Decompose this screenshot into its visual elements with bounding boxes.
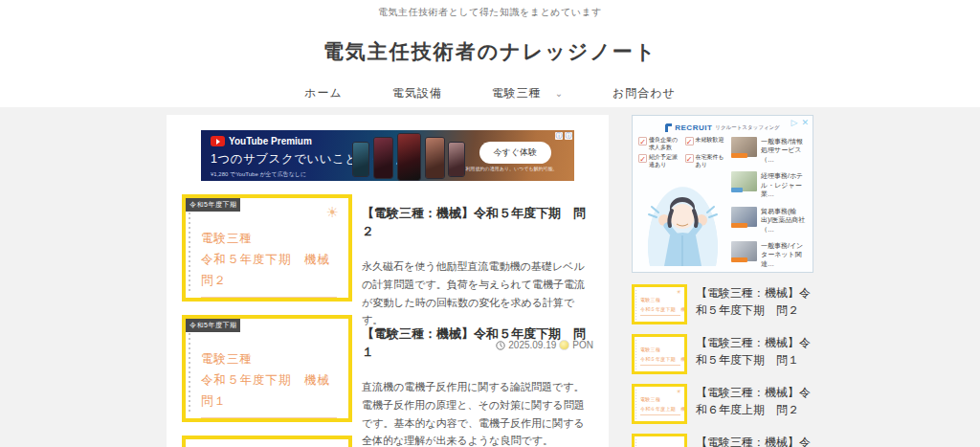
feature-check: ✓ 在宅案件もあり [685,154,728,168]
site-tagline: 電気主任技術者として得た知識をまとめています [0,6,980,19]
nav-item-electrical-equipment[interactable]: 電気設備 [392,85,442,101]
recruit-job-list: 一般事務/情報処理サービス（… 経理事務/ホテル・レジャー業… 貿易事務(輸出)… [727,137,807,276]
article-title[interactable]: 【電験三種：機械】令和５年度下期 問２ [362,205,593,241]
recent-post-item[interactable]: ☀ 電験三種 令和５年度下期 機械 問２ 【電験三種：機械】令和５年度下期 問２ [632,284,813,324]
woman-illustration [638,170,727,266]
article-title[interactable]: 【電験三種：機械】令和５年度下期 問１ [362,325,593,362]
sun-icon: ☀ [677,289,681,295]
phone-image [373,137,393,179]
job-listing[interactable]: 一般事務/情報処理サービス（… [731,137,807,164]
article-thumbnail[interactable]: 令和5年度下期 ☀ 電験三種 令和５年度下期 機械 問２ [182,194,352,302]
notebook-spiral-decoration [635,340,636,369]
sun-icon: ☀ [326,205,339,219]
notebook-spiral-decoration [635,439,636,447]
recruit-logo-icon [665,123,672,132]
ad-fine-print: 利用規約の適用あり。いつでも解約可能。 [457,166,567,171]
thumbnail-text: 電験三種 令和５年度下期 機械 問２ [201,229,348,292]
job-listing[interactable]: 一般事務/インターネット関連… [731,241,807,268]
recent-post-title[interactable]: 【電験三種：機械】令和５年度下期 問２ [696,284,813,324]
nav-item-home[interactable]: ホーム [304,85,343,101]
phone-image [425,137,445,179]
article-thumbnail[interactable]: 令和5年度下期 電験三種 令和５年度下期 機械 問１ [182,315,352,422]
recent-post-thumbnail[interactable]: 電験三種 令和６年度上期 機械 問１ [632,434,687,447]
recent-posts-list: ☀ 電験三種 令和５年度下期 機械 問２ 【電験三種：機械】令和５年度下期 問２… [632,284,813,447]
job-flag-badge [731,188,743,192]
feature-check: ✓ 紹介予定派遣あり [638,154,681,168]
adchoices-icon[interactable]: ▷ [791,119,798,127]
job-flag-badge [731,153,747,158]
main-nav: ホーム 電気設備 電験三種 ⌄ お問合わせ [0,85,980,101]
notebook-spiral-decoration [189,208,190,292]
feature-check: ✓ 未経験歓迎 [685,137,728,151]
nav-item-contact[interactable]: お問合わせ [612,85,676,101]
thumbnail-badge: 令和5年度下期 [186,198,240,212]
youtube-ad-banner[interactable]: YouTube Premium 1つのサブスクでいいことたくさん ¥1,280 … [201,130,574,181]
recent-post-item[interactable]: ☀ 電験三種 令和６年度上期 機械 問２ 【電験三種：機械】令和６年度上期 問２ [632,384,813,424]
page-body: YouTube Premium 1つのサブスクでいいことたくさん ¥1,280 … [0,107,980,447]
sidebar: RECRUIT リクルートスタッフィング ▷ ✕ ✓ 優良企業の求人多数 ✓ [632,115,813,447]
job-listing[interactable]: 経理事務/ホテル・レジャー業… [731,171,807,198]
ad-brand-label: YouTube Premium [229,136,312,146]
recruit-brand-label: RECRUIT [675,123,712,132]
job-photo [731,137,757,157]
ad-info-icon[interactable]: ⓘ [555,132,563,140]
site-title[interactable]: 電気主任技術者のナレッジノート [0,38,980,65]
sun-icon: ☀ [677,389,681,394]
article-card-3[interactable]: 【電験三種：機械】令和６年度上期 問２ [182,436,593,447]
recent-post-title[interactable]: 【電験三種：機械】令和６年度上期 問２ [696,384,813,424]
phone-image [352,142,369,177]
ad-controls: ▷ ✕ [791,119,809,127]
ad-controls: ⓘ ⓘ [555,132,572,140]
check-icon: ✓ [685,137,694,145]
thumbnail-rule [201,297,337,298]
article-thumbnail[interactable] [182,436,352,447]
recruit-brand-sublabel: リクルートスタッフィング [715,124,779,131]
chevron-down-icon[interactable]: ⌄ [555,89,563,99]
recent-post-item[interactable]: 電験三種 令和６年度上期 機械 問１ 【電験三種：機械】令和６年度上期 問１ [632,434,813,447]
recruit-logo: RECRUIT リクルートスタッフィング [638,121,807,134]
article-body: 【電験三種：機械】令和６年度上期 問２ [362,436,593,447]
youtube-play-icon [211,136,225,146]
notebook-spiral-decoration [189,328,190,413]
recruit-ad-card[interactable]: RECRUIT リクルートスタッフィング ▷ ✕ ✓ 優良企業の求人多数 ✓ [632,115,813,273]
ad-phone-images [349,130,483,181]
recent-post-thumbnail[interactable]: ☀ 電験三種 令和５年度下期 機械 問２ [632,284,687,324]
feature-check: ✓ 優良企業の求人多数 [638,137,681,151]
recent-post-thumbnail[interactable]: 電験三種 令和５年度下期 機械 問１ [632,334,687,374]
ad-info-icon[interactable]: ⓘ [565,132,572,140]
thumbnail-rule [201,417,337,418]
recruit-ad-body: ✓ 優良企業の求人多数 ✓ 未経験歓迎 ✓ 紹介予定派遣あり ✓ [638,137,807,276]
main-column: YouTube Premium 1つのサブスクでいいことたくさん ¥1,280 … [167,115,609,447]
article-card-2[interactable]: 令和5年度下期 電験三種 令和５年度下期 機械 問１ 【電験三種：機械】令和５年… [182,315,593,422]
check-icon: ✓ [685,154,694,163]
check-icon: ✓ [638,154,647,163]
thumbnail-text: 電験三種 令和５年度下期 機械 問１ [201,349,348,413]
recent-post-title[interactable]: 【電験三種：機械】令和６年度上期 問１ [696,434,813,447]
notebook-spiral-decoration [635,390,636,419]
job-photo [731,171,757,191]
nav-group-denken: 電験三種 ⌄ [492,85,563,101]
notebook-spiral-decoration [635,290,636,320]
article-body: 【電験三種：機械】令和５年度下期 問２ 永久磁石を使う他励型直流電動機の基礎レベ… [362,194,593,302]
nav-item-denken-sanshu[interactable]: 電験三種 [492,85,542,101]
close-icon[interactable]: ✕ [801,119,809,127]
phone-image [397,133,421,181]
recruit-ad-left: ✓ 優良企業の求人多数 ✓ 未経験歓迎 ✓ 紹介予定派遣あり ✓ [638,137,727,276]
thumbnail-badge: 令和5年度下期 [186,319,240,332]
check-icon: ✓ [638,137,647,145]
article-card-1[interactable]: 令和5年度下期 ☀ 電験三種 令和５年度下期 機械 問２ 【電験三種：機械】令和… [182,194,593,302]
site-header: 電気主任技術者として得た知識をまとめています 電気主任技術者のナレッジノート ホ… [0,0,980,107]
recruit-feature-checks: ✓ 優良企業の求人多数 ✓ 未経験歓迎 ✓ 紹介予定派遣あり ✓ [638,137,727,168]
recent-post-thumbnail[interactable]: ☀ 電験三種 令和６年度上期 機械 問２ [632,384,687,424]
job-flag-badge [731,257,747,262]
job-photo [731,241,757,261]
job-photo [731,207,757,227]
recent-post-item[interactable]: 電験三種 令和５年度下期 機械 問１ 【電験三種：機械】令和５年度下期 問１ [632,334,813,374]
article-body: 【電験三種：機械】令和５年度下期 問１ 直流機の電機子反作用に関する論説問題です… [362,315,593,422]
job-flag-badge [731,223,747,228]
ad-cta-button[interactable]: 今すぐ体験 [479,142,551,164]
job-listing[interactable]: 貿易事務(輸出)/医薬品商社（… [731,207,807,234]
recent-post-title[interactable]: 【電験三種：機械】令和５年度下期 問１ [696,334,813,374]
phone-image [448,142,465,177]
